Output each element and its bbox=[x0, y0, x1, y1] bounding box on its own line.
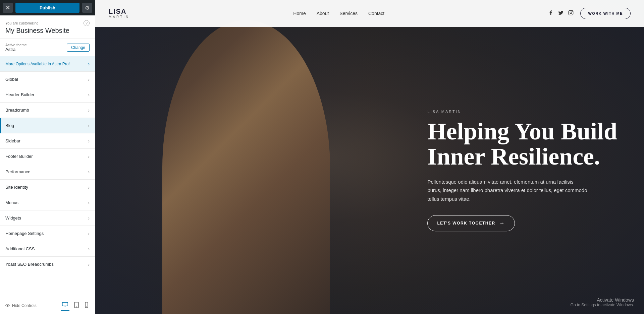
homepage-settings-label: Homepage Settings bbox=[5, 231, 44, 236]
logo-sub: MARTIN bbox=[109, 15, 129, 19]
sidebar-item-global[interactable]: Global › bbox=[0, 72, 95, 87]
sidebar-item-widgets[interactable]: Widgets › bbox=[0, 210, 95, 226]
sidebar-label: Sidebar bbox=[5, 138, 20, 143]
hero-person-image bbox=[162, 20, 330, 314]
svg-point-4 bbox=[76, 307, 77, 307]
sidebar-item-site-identity[interactable]: Site Identity › bbox=[0, 180, 95, 195]
header-builder-label: Header Builder bbox=[5, 92, 35, 97]
customizing-label-text: You are customizing bbox=[5, 21, 39, 25]
chevron-right-icon: › bbox=[88, 138, 90, 144]
activate-windows-title: Activate Windows bbox=[571, 297, 634, 303]
sidebar-item-breadcrumb[interactable]: Breadcrumb › bbox=[0, 103, 95, 118]
nav-link-about[interactable]: About bbox=[317, 11, 329, 16]
chevron-right-icon: › bbox=[88, 262, 90, 267]
nav-right: WORK WITH ME bbox=[548, 8, 631, 19]
additional-css-label: Additional CSS bbox=[5, 246, 35, 251]
svg-point-6 bbox=[86, 307, 87, 307]
nav-link-home[interactable]: Home bbox=[293, 11, 306, 16]
sidebar-item-additional-css[interactable]: Additional CSS › bbox=[0, 241, 95, 257]
chevron-right-icon: › bbox=[88, 154, 90, 159]
sidebar-item-header-builder[interactable]: Header Builder › bbox=[0, 87, 95, 103]
eye-icon: 👁 bbox=[5, 303, 10, 308]
twitter-icon[interactable] bbox=[558, 10, 564, 17]
cta-arrow-icon: → bbox=[499, 220, 505, 226]
hide-controls-button[interactable]: 👁 Hide Controls bbox=[5, 303, 37, 308]
help-icon[interactable]: ? bbox=[84, 20, 90, 26]
sidebar-item-menus[interactable]: Menus › bbox=[0, 195, 95, 210]
chevron-right-icon: › bbox=[88, 215, 90, 221]
desktop-device-button[interactable] bbox=[61, 301, 69, 311]
customizer-panel: ✕ Publish ⚙ You are customizing ? My Bus… bbox=[0, 0, 95, 314]
sidebar-item-footer-builder[interactable]: Footer Builder › bbox=[0, 149, 95, 164]
performance-label: Performance bbox=[5, 169, 30, 174]
mobile-device-button[interactable] bbox=[84, 301, 90, 311]
nav-links: Home About Services Contact bbox=[293, 11, 384, 16]
sidebar-item-yoast-seo[interactable]: Yoast SEO Breadcrumbs › bbox=[0, 257, 95, 272]
nav-link-services[interactable]: Services bbox=[339, 11, 358, 16]
site-logo: LISA MARTIN bbox=[109, 8, 129, 19]
hero-title-line2: Inner Resilience. bbox=[427, 143, 600, 170]
chevron-right-icon: › bbox=[88, 246, 90, 252]
astra-pro-label: More Options Available in Astra Pro! bbox=[5, 62, 70, 66]
hero-title: Helping You Build Inner Resilience. bbox=[427, 119, 617, 170]
chevron-right-icon: › bbox=[88, 92, 90, 98]
svg-rect-7 bbox=[569, 10, 573, 15]
social-icons bbox=[548, 10, 574, 17]
instagram-icon[interactable] bbox=[568, 10, 574, 17]
global-label: Global bbox=[5, 77, 18, 82]
hero-tag: LISA MARTIN bbox=[427, 110, 617, 114]
nav-divider bbox=[95, 27, 644, 27]
sidebar-item-astra-pro[interactable]: More Options Available in Astra Pro! › bbox=[0, 56, 95, 72]
yoast-seo-label: Yoast SEO Breadcrumbs bbox=[5, 262, 54, 267]
sidebar-item-sidebar[interactable]: Sidebar › bbox=[0, 133, 95, 149]
theme-name: Astra bbox=[5, 47, 27, 52]
hero-cta-button[interactable]: LET'S WORK TOGETHER → bbox=[427, 215, 515, 231]
chevron-right-icon: › bbox=[88, 61, 90, 67]
chevron-right-icon: › bbox=[88, 77, 90, 82]
preview-area: LISA MARTIN Home About Services Contact bbox=[95, 0, 644, 314]
logo-name: LISA bbox=[109, 8, 129, 15]
hero-title-line1: Helping You Build bbox=[427, 118, 617, 145]
close-button[interactable]: ✕ bbox=[3, 3, 13, 13]
chevron-right-icon: › bbox=[88, 200, 90, 205]
chevron-right-icon: › bbox=[88, 231, 90, 236]
site-navigation: LISA MARTIN Home About Services Contact bbox=[95, 0, 644, 27]
menus-label: Menus bbox=[5, 200, 18, 205]
svg-rect-0 bbox=[62, 302, 68, 306]
panel-topbar: ✕ Publish ⚙ bbox=[0, 0, 95, 15]
tablet-device-button[interactable] bbox=[73, 301, 80, 311]
svg-point-9 bbox=[572, 11, 572, 12]
chevron-right-icon: › bbox=[88, 185, 90, 190]
theme-label: Active theme bbox=[5, 43, 27, 47]
work-with-me-button[interactable]: WORK WITH ME bbox=[580, 8, 631, 19]
settings-button[interactable]: ⚙ bbox=[82, 3, 92, 13]
activate-windows-sub: Go to Settings to activate Windows. bbox=[571, 303, 634, 307]
panel-bottom: 👁 Hide Controls bbox=[0, 297, 95, 314]
customizing-title: My Business Website bbox=[5, 27, 90, 35]
nav-link-contact[interactable]: Contact bbox=[368, 11, 384, 16]
hide-controls-label: Hide Controls bbox=[12, 303, 37, 308]
activate-windows-watermark: Activate Windows Go to Settings to activ… bbox=[571, 297, 634, 307]
hero-content: LISA MARTIN Helping You Build Inner Resi… bbox=[427, 83, 617, 232]
sidebar-item-homepage-settings[interactable]: Homepage Settings › bbox=[0, 226, 95, 241]
customizing-info: You are customizing ? My Business Websit… bbox=[0, 15, 95, 39]
footer-builder-label: Footer Builder bbox=[5, 154, 33, 159]
sidebar-item-blog[interactable]: Blog › bbox=[0, 118, 95, 133]
chevron-right-icon: › bbox=[88, 108, 90, 113]
blog-label: Blog bbox=[5, 123, 14, 128]
hero-cta-label: LET'S WORK TOGETHER bbox=[437, 221, 495, 226]
change-theme-button[interactable]: Change bbox=[67, 44, 90, 52]
panel-menu: More Options Available in Astra Pro! › G… bbox=[0, 56, 95, 297]
hero-description: Pellentesque odio aliquam vitae amet, el… bbox=[427, 178, 588, 203]
widgets-label: Widgets bbox=[5, 215, 21, 221]
facebook-icon[interactable] bbox=[548, 10, 553, 17]
publish-button[interactable]: Publish bbox=[15, 3, 79, 13]
breadcrumb-label: Breadcrumb bbox=[5, 108, 29, 113]
theme-info: Active theme Astra Change bbox=[0, 39, 95, 56]
device-icons bbox=[61, 301, 90, 311]
chevron-right-icon: › bbox=[88, 169, 90, 175]
sidebar-item-performance[interactable]: Performance › bbox=[0, 164, 95, 180]
chevron-right-icon: › bbox=[88, 123, 90, 128]
site-identity-label: Site Identity bbox=[5, 185, 28, 190]
svg-point-8 bbox=[570, 12, 572, 13]
